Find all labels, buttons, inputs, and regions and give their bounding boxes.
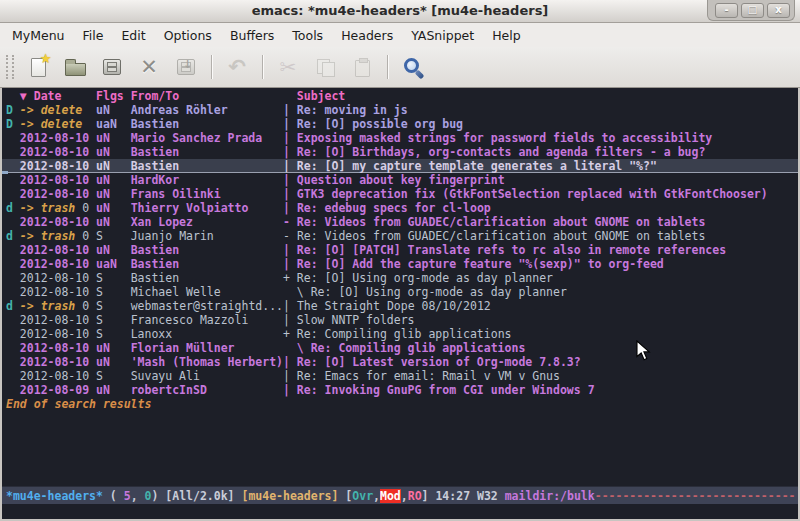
message-subject: Re: Compiling glib applications xyxy=(297,327,512,341)
toolbar-separator xyxy=(262,55,263,79)
message-row[interactable]: d -> trash 0 S webmaster@straightd...| T… xyxy=(2,299,798,313)
mark-action: -> delete xyxy=(20,117,82,131)
message-flags: S xyxy=(96,271,131,285)
message-from: Lanoxx xyxy=(131,327,283,341)
mark-char xyxy=(6,131,20,145)
modeline-segment: , xyxy=(131,489,145,503)
save-icon xyxy=(103,59,121,75)
modeline-segment: ( xyxy=(103,489,124,503)
headers-column-row: ▼ Date Flgs From/To Subject xyxy=(2,88,798,103)
column-header-from[interactable]: From/To xyxy=(131,89,297,103)
window-title: emacs: *mu4e-headers* [mu4e-headers] xyxy=(252,3,549,18)
menu-item-options[interactable]: Options xyxy=(155,25,221,46)
mode-line[interactable]: *mu4e-headers* ( 5, 0) [All/2.0k] [mu4e-… xyxy=(2,486,798,504)
close-button[interactable]: x xyxy=(767,3,790,18)
message-date: 2012-08-09 xyxy=(20,383,96,397)
column-header-flags[interactable]: Flgs xyxy=(96,89,131,103)
message-row[interactable]: 2012-08-10 uaN Bastien | Re: [O] Add the… xyxy=(2,257,798,271)
message-row[interactable]: 2012-08-09 uN robertcInSD | Re: Invoking… xyxy=(2,383,798,397)
toolbar-grip-handle[interactable] xyxy=(6,55,14,79)
menu-item-buffers[interactable]: Buffers xyxy=(221,25,283,46)
message-flags: S xyxy=(96,299,131,313)
message-flags: S xyxy=(96,285,131,299)
menu-item-headers[interactable]: Headers xyxy=(332,25,402,46)
message-date: 2012-08-10 xyxy=(20,145,96,159)
message-row[interactable]: 2012-08-10 S Michael Welle \ Re: [O] Usi… xyxy=(2,285,798,299)
mark-char xyxy=(6,341,20,355)
echo-area[interactable] xyxy=(2,504,798,519)
save-button[interactable] xyxy=(97,52,127,82)
menu-item-mymenu[interactable]: MyMenu xyxy=(3,25,74,46)
minimize-button[interactable]: - xyxy=(715,3,738,18)
mark-char xyxy=(6,383,20,397)
message-row[interactable]: 2012-08-10 uN Bastien | Re: [O] [PATCH] … xyxy=(2,243,798,257)
message-row[interactable]: 2012-08-10 S Lanoxx + Re: Compiling glib… xyxy=(2,327,798,341)
message-row[interactable]: 2012-08-10 uN Bastien | Re: [O] my captu… xyxy=(2,159,798,173)
delete-button[interactable]: ✕ xyxy=(134,52,164,82)
thread-separator: - xyxy=(283,229,297,243)
paste-button xyxy=(347,52,377,82)
title-bar[interactable]: emacs: *mu4e-headers* [mu4e-headers] -□x xyxy=(0,0,800,23)
message-row[interactable]: 2012-08-10 uN Florian Müllner \ Re: Comp… xyxy=(2,341,798,355)
undo-button: ↶ xyxy=(222,52,252,82)
new-file-button[interactable]: ★ xyxy=(23,52,53,82)
message-subject: Re: [O] [PATCH] Translate refs to rc als… xyxy=(297,243,726,257)
message-flags: uN xyxy=(96,159,131,173)
message-flags: uaN xyxy=(96,257,131,271)
message-row[interactable]: 2012-08-10 S Francesco Mazzoli | Slow NN… xyxy=(2,313,798,327)
menu-item-help[interactable]: Help xyxy=(483,25,530,46)
message-row[interactable]: d -> trash 0 S Juanjo Marin - Re: Videos… xyxy=(2,229,798,243)
message-row[interactable]: 2012-08-10 S Bastien + Re: [O] Using org… xyxy=(2,271,798,285)
column-header-date[interactable]: ▼ Date xyxy=(20,89,96,103)
message-row[interactable]: 2012-08-10 uN 'Mash (Thomas Herbert)| Re… xyxy=(2,355,798,369)
menu-item-edit[interactable]: Edit xyxy=(112,25,154,46)
message-row[interactable]: 2012-08-10 uN HardKor | Question about k… xyxy=(2,173,798,187)
modeline-segment: ) xyxy=(151,489,165,503)
open-folder-button[interactable] xyxy=(60,52,90,82)
modeline-segment: 5 xyxy=(124,489,131,503)
end-of-results-marker: End of search results xyxy=(2,397,798,411)
modeline-segment: ----------------------------- xyxy=(595,489,796,503)
message-flags: S xyxy=(96,229,131,243)
message-row[interactable]: d -> trash 0 uN Thierry Volpiatto | Re: … xyxy=(2,201,798,215)
thread-separator: | xyxy=(283,383,297,397)
delete-icon: ✕ xyxy=(140,57,158,78)
menu-item-file[interactable]: File xyxy=(74,25,113,46)
message-row[interactable]: 2012-08-10 uN Bastien | Re: [O] Birthday… xyxy=(2,145,798,159)
column-header-subject[interactable]: Subject xyxy=(297,89,345,103)
message-subject: Re: [O] Using org-mode as day planner xyxy=(311,285,567,299)
message-subject: Re: Videos from GUADEC/clarification abo… xyxy=(297,215,706,229)
message-date: 2012-08-10 xyxy=(20,173,96,187)
message-from: Florian Müllner xyxy=(131,341,283,355)
thread-separator: | xyxy=(283,145,297,159)
thread-separator: | xyxy=(283,313,297,327)
mark-char xyxy=(6,285,20,299)
message-row[interactable]: 2012-08-10 uN Frans Oilinki | GTK3 depre… xyxy=(2,187,798,201)
message-row[interactable]: D -> delete uaN Bastien | Re: [O] possib… xyxy=(2,117,798,131)
message-subject: Slow NNTP folders xyxy=(297,313,415,327)
cut-button: ✂ xyxy=(273,52,303,82)
message-date: 2012-08-10 xyxy=(20,327,96,341)
message-from: Frans Oilinki xyxy=(131,187,283,201)
modeline-segment: [All/2.0k] xyxy=(165,489,241,503)
search-button[interactable] xyxy=(398,52,428,82)
message-row[interactable]: D -> delete uN Andreas Röhler | Re: movi… xyxy=(2,103,798,117)
message-row[interactable]: 2012-08-10 S Suvayu Ali | Re: Emacs for … xyxy=(2,369,798,383)
message-row[interactable]: 2012-08-10 uN Xan Lopez - Re: Videos fro… xyxy=(2,215,798,229)
message-list: D -> delete uN Andreas Röhler | Re: movi… xyxy=(2,103,798,486)
toolbar-separator xyxy=(211,55,212,79)
column-header-pad xyxy=(6,89,20,103)
maximize-button[interactable]: □ xyxy=(741,3,764,18)
message-subject: Question about key fingerprint xyxy=(297,173,505,187)
message-row[interactable]: 2012-08-10 uN Mario Sanchez Prada | Expo… xyxy=(2,131,798,145)
menu-item-yasnippet[interactable]: YASnippet xyxy=(402,25,483,46)
message-subject: Re: [O] Add the capture feature "%(sexp)… xyxy=(297,257,664,271)
close-icon: x xyxy=(775,5,781,15)
modeline-segment: *mu4e-headers* xyxy=(6,489,103,503)
message-subject: Re: Videos from GUADEC/clarification abo… xyxy=(297,229,706,243)
thread-separator: | xyxy=(283,369,297,383)
menu-item-tools[interactable]: Tools xyxy=(283,25,332,46)
message-from: Francesco Mazzoli xyxy=(131,313,283,327)
message-date: 2012-08-10 xyxy=(20,159,96,173)
thread-separator: | xyxy=(283,117,297,131)
